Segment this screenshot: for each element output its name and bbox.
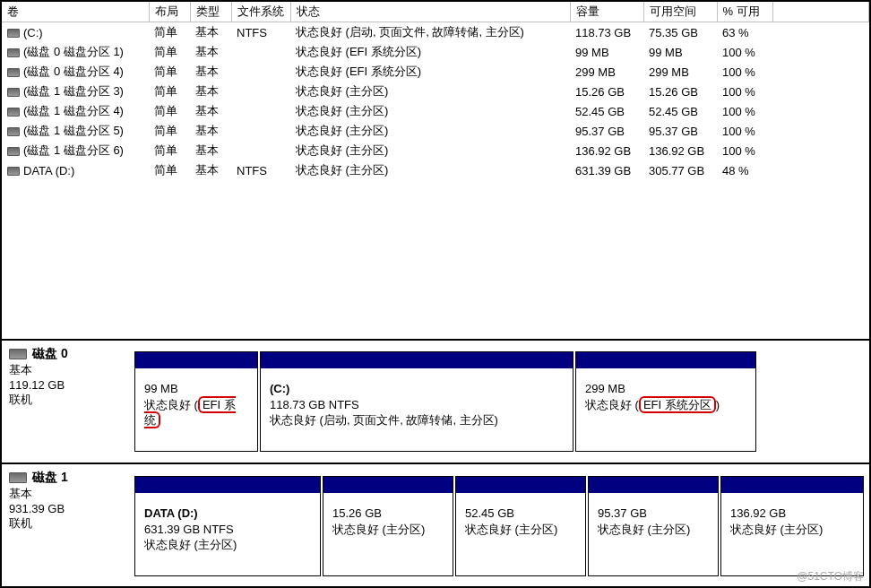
volume-icon — [7, 88, 20, 97]
partition-block[interactable]: 136.92 GB状态良好 (主分区) — [720, 476, 864, 576]
table-row[interactable]: (C:)简单基本NTFS状态良好 (启动, 页面文件, 故障转储, 主分区)11… — [2, 22, 869, 43]
disk-row: 磁盘 0基本119.12 GB联机99 MB状态良好 (EFI 系统(C:)11… — [2, 341, 869, 464]
disk-partitions: DATA (D:)631.39 GB NTFS状态良好 (主分区)15.26 G… — [134, 464, 869, 586]
partition-header-bar — [589, 477, 718, 493]
volume-table[interactable]: 卷 布局 类型 文件系统 状态 容量 可用空间 % 可用 (C:)简单基本NTF… — [2, 2, 869, 180]
disk-partitions: 99 MB状态良好 (EFI 系统(C:)118.73 GB NTFS状态良好 … — [134, 341, 869, 463]
partition-header-bar — [261, 352, 573, 368]
partition-block[interactable]: 95.37 GB状态良好 (主分区) — [588, 476, 719, 576]
disk-info[interactable]: 磁盘 1基本931.39 GB联机 — [2, 464, 134, 586]
partition-header-bar — [456, 477, 585, 493]
volume-icon — [7, 108, 20, 117]
partition-header-bar — [721, 477, 863, 493]
volume-icon — [7, 127, 20, 136]
col-freespace[interactable]: 可用空间 — [643, 2, 717, 22]
table-row[interactable]: (磁盘 0 磁盘分区 4)简单基本状态良好 (EFI 系统分区)299 MB29… — [2, 62, 869, 82]
table-row[interactable]: (磁盘 1 磁盘分区 6)简单基本状态良好 (主分区)136.92 GB136.… — [2, 141, 869, 160]
volume-icon — [7, 167, 20, 176]
partition-header-bar — [323, 477, 453, 493]
partition-block[interactable]: 15.26 GB状态良好 (主分区) — [323, 476, 453, 576]
table-row[interactable]: (磁盘 1 磁盘分区 4)简单基本状态良好 (主分区)52.45 GB52.45… — [2, 101, 869, 121]
disks-diagram-pane: 磁盘 0基本119.12 GB联机99 MB状态良好 (EFI 系统(C:)11… — [2, 341, 869, 586]
col-empty — [772, 2, 869, 22]
watermark: @51CTO博客 — [797, 569, 864, 584]
table-row[interactable]: DATA (D:)简单基本NTFS状态良好 (主分区)631.39 GB305.… — [2, 160, 869, 180]
partition-block[interactable]: (C:)118.73 GB NTFS状态良好 (启动, 页面文件, 故障转储, … — [260, 351, 573, 452]
col-volume[interactable]: 卷 — [2, 2, 149, 22]
volume-icon — [7, 68, 20, 77]
volume-list-pane: 卷 布局 类型 文件系统 状态 容量 可用空间 % 可用 (C:)简单基本NTF… — [2, 2, 869, 341]
col-pctfree[interactable]: % 可用 — [717, 2, 772, 22]
volume-icon — [7, 48, 20, 57]
col-capacity[interactable]: 容量 — [570, 2, 643, 22]
header-row: 卷 布局 类型 文件系统 状态 容量 可用空间 % 可用 — [2, 2, 869, 22]
col-type[interactable]: 类型 — [190, 2, 231, 22]
volume-icon — [7, 147, 20, 156]
disk-row: 磁盘 1基本931.39 GB联机DATA (D:)631.39 GB NTFS… — [2, 464, 869, 586]
partition-block[interactable]: DATA (D:)631.39 GB NTFS状态良好 (主分区) — [134, 476, 321, 576]
partition-header-bar — [135, 477, 320, 493]
disk-icon — [9, 349, 27, 359]
disk-info[interactable]: 磁盘 0基本119.12 GB联机 — [2, 341, 134, 463]
volume-icon — [7, 29, 20, 38]
table-row[interactable]: (磁盘 1 磁盘分区 5)简单基本状态良好 (主分区)95.37 GB95.37… — [2, 121, 869, 141]
disk-icon — [9, 472, 27, 483]
table-row[interactable]: (磁盘 1 磁盘分区 3)简单基本状态良好 (主分区)15.26 GB15.26… — [2, 82, 869, 101]
partition-header-bar — [135, 352, 257, 368]
partition-block[interactable]: 52.45 GB状态良好 (主分区) — [455, 476, 586, 576]
col-filesystem[interactable]: 文件系统 — [231, 2, 290, 22]
partition-block[interactable]: 99 MB状态良好 (EFI 系统 — [134, 351, 258, 452]
col-layout[interactable]: 布局 — [149, 2, 190, 22]
col-status[interactable]: 状态 — [290, 2, 570, 22]
partition-header-bar — [576, 352, 755, 368]
disk-management-window: 卷 布局 类型 文件系统 状态 容量 可用空间 % 可用 (C:)简单基本NTF… — [0, 0, 871, 588]
table-row[interactable]: (磁盘 0 磁盘分区 1)简单基本状态良好 (EFI 系统分区)99 MB99 … — [2, 42, 869, 62]
partition-block[interactable]: 299 MB状态良好 (EFI 系统分区) — [575, 351, 756, 452]
